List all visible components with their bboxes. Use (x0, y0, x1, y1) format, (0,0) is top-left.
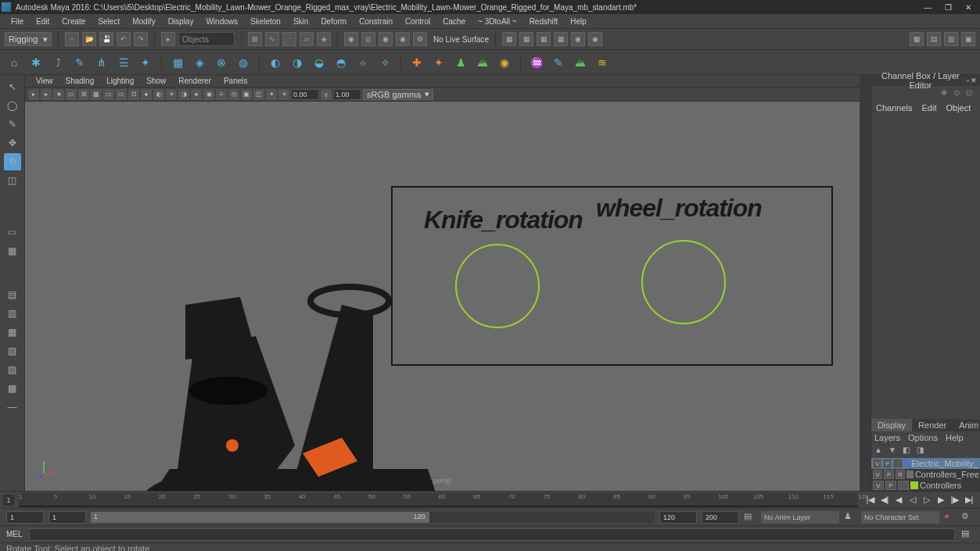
live-surface-icon[interactable]: ◉ (344, 32, 358, 46)
shelf-paint-icon[interactable]: ✎ (70, 53, 89, 72)
autokey-button[interactable]: ● (944, 511, 957, 524)
vp-dof-icon[interactable]: ◎ (228, 89, 239, 100)
layer-up-icon[interactable]: ▲ (874, 445, 885, 456)
shelf-home-icon[interactable]: ⌂ (5, 53, 23, 72)
menu-deform[interactable]: Deform (314, 16, 353, 27)
vp-cam-icon[interactable]: ▸ (41, 89, 52, 100)
layer-playback-toggle[interactable]: P (884, 470, 893, 479)
rotate-tool[interactable]: ↻ (4, 153, 21, 170)
layer-row[interactable]: VPRControllers_Freeze (871, 469, 980, 480)
layer-vis-toggle[interactable]: V (873, 470, 882, 479)
range-end-inner[interactable] (659, 511, 697, 524)
toggle-a-icon[interactable]: ▦ (502, 32, 516, 46)
shelf-control-icon[interactable]: ◉ (495, 53, 514, 72)
vp-light-icon[interactable]: ☀ (166, 89, 177, 100)
range-start-inner[interactable] (48, 511, 86, 524)
shelf-constraint-a-icon[interactable]: ◐ (266, 53, 285, 72)
play-forward-button[interactable]: ▷ (921, 494, 933, 506)
open-scene-icon[interactable]: 📂 (82, 32, 96, 46)
shelf-blendshape-icon[interactable]: ☰ (114, 53, 133, 72)
layer-color-swatch[interactable] (906, 470, 914, 478)
toggle-f-icon[interactable]: ◉ (588, 32, 602, 46)
panel-layout-a-icon[interactable]: ▦ (910, 32, 924, 46)
shelf-cluster-icon[interactable]: ⋔ (92, 53, 111, 72)
vp-film-icon[interactable]: ▦ (91, 89, 102, 100)
shelf-hik-icon[interactable]: ♟ (451, 53, 470, 72)
cb-manipulator-icon[interactable]: ✥ (941, 88, 952, 99)
vp-aa-icon[interactable]: ◉ (203, 89, 214, 100)
layer-tab-display[interactable]: Display (871, 419, 912, 431)
step-forward-key-button[interactable]: |▶ (949, 494, 961, 506)
shelf-pose-b-icon[interactable]: ✦ (429, 53, 448, 72)
snap-grid-icon[interactable]: ⊞ (248, 32, 262, 46)
cb-speed-icon[interactable]: ⊙ (953, 88, 964, 99)
paint-select-tool[interactable]: ✎ (4, 116, 21, 133)
layer-ref-toggle[interactable]: R (896, 470, 905, 479)
panel-layout-b-icon[interactable]: ▤ (927, 32, 941, 46)
shelf-constraint-f-icon[interactable]: ⟡ (375, 53, 394, 72)
colorspace-dropdown[interactable]: sRGB gamma▾ (363, 89, 433, 100)
select-tool[interactable]: ↖ (4, 78, 21, 95)
layer-row[interactable]: VPControllers (871, 480, 980, 491)
menu-file[interactable]: File (5, 16, 30, 27)
shelf-sculpt-icon[interactable]: ◍ (234, 53, 253, 72)
viewport[interactable]: Knife_rotation wheel_rotation wheel pers… (25, 102, 860, 491)
menu-cache[interactable]: Cache (436, 16, 472, 27)
range-track[interactable]: 1 120 (91, 512, 655, 523)
toggle-b-icon[interactable]: ▦ (519, 32, 533, 46)
shelf-muscle-c-icon[interactable]: ⛰ (571, 53, 590, 72)
vp-xrayj-icon[interactable]: ✦ (266, 89, 277, 100)
panel-menu-panels[interactable]: Panels (217, 76, 254, 86)
menu-help[interactable]: Help (564, 16, 593, 27)
undo-icon[interactable]: ↶ (117, 32, 131, 46)
shelf-rig-icon[interactable]: ⛰ (473, 53, 492, 72)
layer-vis-toggle[interactable]: V (873, 481, 884, 490)
shelf-muscle-a-icon[interactable]: ♒ (527, 53, 546, 72)
maximize-button[interactable]: ❐ (938, 1, 958, 13)
menu-modify[interactable]: Modify (126, 16, 161, 27)
sel-mode-icon[interactable]: ▸ (161, 32, 175, 46)
layer-menu-help[interactable]: Help (946, 433, 964, 442)
layer-color-swatch[interactable] (904, 460, 910, 467)
current-frame[interactable]: 1 (3, 495, 14, 506)
layer-menu-options[interactable]: Options (908, 433, 938, 442)
gamma-input[interactable] (333, 89, 361, 100)
vp-textured-icon[interactable]: ◐ (153, 89, 164, 100)
layout-e-icon[interactable]: ▨ (4, 361, 21, 378)
menu-skin[interactable]: Skin (287, 16, 314, 27)
shelf-joint-icon[interactable]: ✱ (27, 53, 45, 72)
wheel-rotation-control[interactable] (641, 240, 726, 324)
layer-ref-toggle[interactable] (893, 459, 902, 468)
layer-new-sel-icon[interactable]: ◨ (917, 445, 928, 456)
channel-box-tear-icon[interactable]: ▫ (967, 77, 969, 84)
panel-menu-lighting[interactable]: Lighting (100, 76, 140, 86)
layer-tab-anim[interactable]: Anim (953, 419, 980, 431)
shelf-constraint-d-icon[interactable]: ◓ (332, 53, 350, 72)
vp-shaded-icon[interactable]: ● (141, 89, 152, 100)
layout-b-icon[interactable]: ▥ (4, 305, 21, 322)
layer-playback-toggle[interactable]: P (883, 459, 892, 468)
layer-color-swatch[interactable] (910, 481, 918, 489)
vp-gamma-icon[interactable]: γ (321, 89, 332, 100)
character-set-dropdown[interactable]: No Character Set (861, 511, 939, 524)
cb-tab-edit[interactable]: Edit (917, 102, 941, 114)
layout-a-icon[interactable]: ▤ (4, 286, 21, 303)
layout-four-icon[interactable]: ▦ (4, 242, 21, 259)
range-start-outer[interactable] (6, 511, 44, 524)
layer-ref-toggle[interactable] (898, 481, 909, 490)
snap-live-icon[interactable]: ◈ (317, 32, 331, 46)
knife-rotation-control[interactable] (455, 244, 540, 328)
anim-layer-icon[interactable]: ▤ (744, 511, 756, 524)
vp-gate-icon[interactable]: ▭ (103, 89, 114, 100)
shelf-wrap-icon[interactable]: ◈ (190, 53, 209, 72)
shelf-skin-icon[interactable]: ✦ (136, 53, 155, 72)
vp-shadow-icon[interactable]: ◑ (178, 89, 189, 100)
panel-menu-view[interactable]: View (30, 76, 59, 86)
snap-plane-icon[interactable]: ▱ (300, 32, 314, 46)
toggle-e-icon[interactable]: ◉ (571, 32, 585, 46)
step-back-key-button[interactable]: ◀| (878, 494, 891, 506)
layer-vis-toggle[interactable]: V (873, 459, 881, 468)
minimize-button[interactable]: — (917, 1, 938, 13)
cb-tab-channels[interactable]: Channels (871, 102, 917, 114)
scale-tool[interactable]: ◫ (4, 172, 21, 189)
